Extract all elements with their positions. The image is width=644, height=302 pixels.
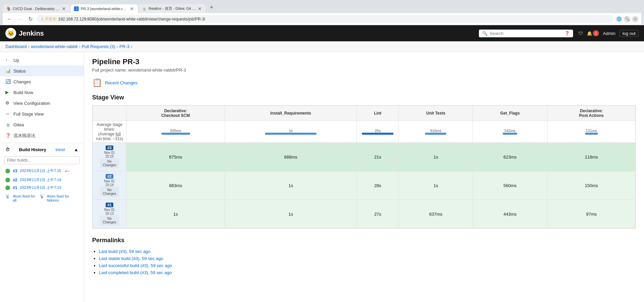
breadcrumb-project[interactable]: wonderland-white-rabbit bbox=[31, 44, 78, 49]
permalink-last-completed-link[interactable]: Last completed build (#3), 59 sec ago bbox=[99, 270, 172, 275]
build-3-install[interactable]: 888ms bbox=[225, 143, 356, 171]
security-warning: ⚠ 不安全 bbox=[41, 16, 56, 21]
browser-tab-2[interactable]: J PR-3 [wonderland-white-rab... ✕ bbox=[71, 4, 138, 13]
sidebar-item-gitea[interactable]: 🍵 Gitea bbox=[0, 119, 84, 130]
build-2-unit-tests[interactable]: 1s bbox=[399, 171, 473, 200]
tab-close-2[interactable]: ✕ bbox=[130, 6, 134, 11]
tab-favicon-1: 🐐 bbox=[6, 6, 11, 11]
build-item-3[interactable]: #3 2023年11月1日 上午7:15 ← bbox=[0, 166, 84, 176]
browser-toolbar-icons: 🌐 🔍 ☆ bbox=[616, 16, 639, 23]
reload-button[interactable]: ↻ bbox=[27, 15, 34, 23]
atom-feed-all[interactable]: Atom feed for all bbox=[13, 194, 37, 202]
build-number-3: #3 bbox=[13, 169, 17, 173]
logout-button[interactable]: log out bbox=[619, 30, 639, 37]
build-3-lint[interactable]: 21s bbox=[356, 143, 399, 171]
no-changes-3: NoChanges bbox=[100, 158, 119, 168]
build-2-install[interactable]: 1s bbox=[225, 171, 356, 200]
sidebar-item-status[interactable]: 📊 Status bbox=[0, 66, 84, 76]
build-history-icon: ⏱ bbox=[5, 147, 10, 152]
bookmark-icon[interactable]: ☆ bbox=[632, 16, 639, 23]
sidebar-label-changes: Changes bbox=[13, 79, 31, 84]
build-item-1[interactable]: #1 2023年11月1日 上午7:13 bbox=[0, 184, 84, 191]
tab-close-3[interactable]: ✕ bbox=[198, 6, 202, 11]
stage-header-unit-tests: Unit Tests bbox=[399, 106, 473, 121]
address-bar[interactable]: ⚠ 不安全 192.168.72.129:8080/job/wonderland… bbox=[37, 15, 613, 23]
build-1-checkout[interactable]: 1s bbox=[126, 200, 225, 228]
build-badge-1[interactable]: #1 bbox=[106, 203, 113, 207]
breadcrumb-pr3[interactable]: PR-3 bbox=[119, 44, 129, 49]
stage-header-post-actions: Declarative:Post Actions bbox=[547, 106, 636, 121]
build-row-header-1: #1 Nov 0115:13 NoChanges bbox=[93, 200, 126, 228]
breadcrumb-dashboard[interactable]: Dashboard bbox=[5, 44, 27, 49]
browser-tab-1[interactable]: 🐐 CI/CD Goat - Deliberately vu... ✕ bbox=[3, 4, 70, 13]
build-3-checkout[interactable]: 675ms bbox=[126, 143, 225, 171]
tab-close-1[interactable]: ✕ bbox=[62, 6, 66, 11]
search-input[interactable] bbox=[490, 31, 562, 36]
build-1-install[interactable]: 1s bbox=[225, 200, 356, 228]
full-stage-icon: ↔ bbox=[5, 111, 11, 117]
build-1-post-actions[interactable]: 97ms bbox=[547, 200, 636, 228]
breadcrumb: Dashboard › wonderland-white-rabbit › Pu… bbox=[0, 41, 644, 52]
forward-button[interactable]: → bbox=[16, 15, 24, 23]
build-2-post-actions[interactable]: 150ms bbox=[547, 171, 636, 200]
permalink-last-successful-link[interactable]: Last successful build (#3), 59 sec ago bbox=[99, 263, 172, 268]
build-1-lint[interactable]: 27s bbox=[356, 200, 399, 228]
jenkins-logo[interactable]: 🐱 Jenkins bbox=[5, 28, 44, 39]
build-1-unit-tests[interactable]: 637ms bbox=[399, 200, 473, 228]
search-help-icon[interactable]: ❓ bbox=[564, 31, 570, 36]
sidebar-label-full-stage: Full Stage View bbox=[13, 112, 44, 117]
build-2-get-flags[interactable]: 560ms bbox=[473, 171, 547, 200]
build-3-post-actions[interactable]: 118ms bbox=[547, 143, 636, 171]
sidebar-label-view-config: View Configuration bbox=[13, 101, 50, 106]
avg-times-label: Average stage times: (Average full run t… bbox=[93, 121, 126, 143]
build-3-unit-tests[interactable]: 1s bbox=[399, 143, 473, 171]
sidebar-item-changes[interactable]: 🔄 Changes bbox=[0, 76, 84, 87]
sidebar-item-view-configuration[interactable]: ⚙ View Configuration bbox=[0, 98, 84, 109]
browser-tabs: 🐐 CI/CD Goat - Deliberately vu... ✕ J PR… bbox=[3, 2, 641, 13]
breadcrumb-pull-requests[interactable]: Pull Requests (3) bbox=[82, 44, 115, 49]
new-tab-button[interactable]: + bbox=[206, 2, 217, 13]
avg-times-text: Average stage times: bbox=[97, 122, 122, 132]
notification-icon[interactable]: 🔔 bbox=[587, 31, 592, 36]
atom-feed-failures[interactable]: Atom feed for failures bbox=[47, 194, 78, 202]
sidebar-label-gitea: Gitea bbox=[13, 122, 24, 127]
build-2-checkout[interactable]: 883ms bbox=[126, 171, 225, 200]
build-badge-2[interactable]: #2 bbox=[106, 174, 113, 179]
admin-user[interactable]: Admin bbox=[603, 31, 615, 36]
address-url: 192.168.72.129:8080/job/wonderland-white… bbox=[58, 17, 609, 21]
back-button[interactable]: ← bbox=[5, 15, 13, 23]
permalink-last-build-link[interactable]: Last build (#3), 59 sec ago bbox=[99, 249, 150, 254]
sidebar-item-full-stage[interactable]: ↔ Full Stage View bbox=[0, 109, 84, 119]
build-1-get-flags[interactable]: 443ms bbox=[473, 200, 547, 228]
atom-icon-all: 📡 bbox=[5, 194, 10, 202]
avg-bar-unit-tests: 915ms bbox=[399, 121, 473, 143]
build-row-3: #3 Nov 0115:15 NoChanges 675ms 888ms 21s… bbox=[93, 143, 636, 171]
sidebar-item-up[interactable]: ↑ Up bbox=[0, 55, 84, 66]
header-actions: 🛡 🔔 1 Admin log out bbox=[578, 30, 639, 37]
translate-icon[interactable]: 🌐 bbox=[616, 16, 622, 23]
browser-toolbar: ← → ↻ ⚠ 不安全 192.168.72.129:8080/job/wond… bbox=[3, 13, 641, 25]
build-filter-input[interactable] bbox=[4, 156, 80, 164]
browser-tab-3[interactable]: 🍵 thealice - 首页 - Gitea: Git wi... ✕ bbox=[139, 4, 206, 13]
build-2-lint[interactable]: 28s bbox=[356, 171, 399, 200]
changes-icon: 🔄 bbox=[5, 79, 11, 84]
permalink-last-stable-link[interactable]: Last stable build (#3), 59 sec ago bbox=[99, 256, 163, 261]
build-history-section: ⏱ Build History trend ▲ #3 2023年11月1日 上午… bbox=[0, 143, 84, 205]
sidebar-item-pipeline-syntax[interactable]: ❓ 流水线语法 bbox=[0, 130, 84, 141]
sidebar-item-build-now[interactable]: ▶ Build Now bbox=[0, 87, 84, 98]
build-date-text-3: Nov 0115:15 bbox=[104, 151, 115, 158]
avg-bar-checkout: 935ms bbox=[126, 121, 225, 143]
jenkins-search[interactable]: 🔍 ❓ bbox=[479, 30, 573, 37]
trend-link[interactable]: trend bbox=[55, 147, 65, 152]
search-icon[interactable]: 🔍 bbox=[624, 16, 631, 23]
page-title: Pipeline PR-3 bbox=[92, 57, 636, 66]
stage-header-install: Install_Requirements bbox=[225, 106, 356, 121]
browser-chrome: 🐐 CI/CD Goat - Deliberately vu... ✕ J PR… bbox=[0, 0, 644, 25]
build-status-dot-1 bbox=[5, 185, 10, 190]
recent-changes-link[interactable]: Recent Changes bbox=[105, 80, 138, 85]
build-item-2[interactable]: #2 2023年11月1日 上午7:14 bbox=[0, 176, 84, 184]
build-badge-3[interactable]: #3 bbox=[106, 145, 113, 150]
collapse-icon[interactable]: ▲ bbox=[74, 147, 78, 152]
build-3-get-flags[interactable]: 623ms bbox=[473, 143, 547, 171]
avg-run-time: (Average full run time: ~31s) bbox=[96, 132, 123, 141]
